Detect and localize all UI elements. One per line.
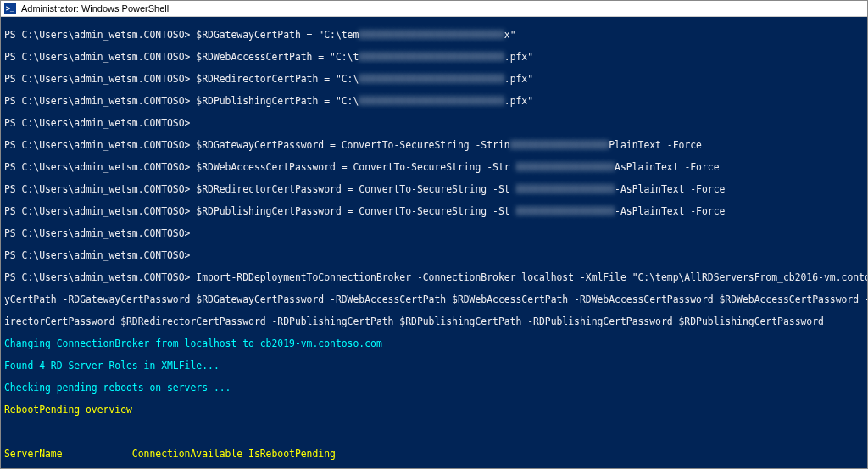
cmd-text: .pfx" [504,51,533,63]
ps-prompt: PS C:\Users\admin_wetsm.CONTOSO> [4,183,190,195]
cmd-text: -AsPlainText -Force [615,183,725,195]
redacted-text: XXXXXXXXXXXXXXXXX [516,183,615,195]
ps-prompt: PS C:\Users\admin_wetsm.CONTOSO> [4,139,190,151]
status-line: Found 4 RD Server Roles in XMLFile... [4,360,864,371]
cmd-wrap: yCertPath -RDGatewayCertPassword $RDGate… [4,294,864,305]
ps-prompt: PS C:\Users\admin_wetsm.CONTOSO> [4,249,190,261]
redacted-text: XXXXXXXXXXXXXXXXX [516,161,615,173]
redacted-text: XXXXXXXXXXXXXXXXXXXXXXXXX [359,95,504,107]
ps-prompt: PS C:\Users\admin_wetsm.CONTOSO> [4,271,190,283]
status-line: Checking pending reboots on servers ... [4,382,864,394]
cmd-text: $RDRedirectorCertPassword = ConvertTo-Se… [190,183,515,195]
section-heading: RebootPending overview [4,405,864,416]
terminal-output[interactable]: PS C:\Users\admin_wetsm.CONTOSO> $RDGate… [1,17,867,468]
ps-prompt: PS C:\Users\admin_wetsm.CONTOSO> [4,117,190,129]
cmd-text: .pfx" [504,73,533,85]
powershell-window: >_ Administrator: Windows PowerShell PS … [0,0,868,469]
cmd-text: -AsPlainText -Force [615,205,725,217]
ps-prompt: PS C:\Users\admin_wetsm.CONTOSO> [4,51,190,63]
cmd-text: $RDPublishingCertPassword = ConvertTo-Se… [190,205,515,217]
table-header: ServerName ConnectionAvailable IsRebootP… [4,449,864,460]
window-title: Administrator: Windows PowerShell [21,3,169,14]
cmd-text: $RDRedirectorCertPath = "C:\ [190,73,359,85]
cmd-wrap: irectorCertPassword $RDRedirectorCertPas… [4,316,864,327]
cmd-text: $RDWebAccessCertPath = "C:\t [190,51,359,63]
powershell-icon: >_ [4,3,16,14]
cmd-text: $RDGatewayCertPath = "C:\tem [190,29,359,41]
redacted-text: XXXXXXXXXXXXXXXXX [516,205,615,217]
ps-prompt: PS C:\Users\admin_wetsm.CONTOSO> [4,73,190,85]
redacted-text: XXXXXXXXXXXXXXXXXXXXXXXXX [359,51,504,63]
ps-prompt: PS C:\Users\admin_wetsm.CONTOSO> [4,161,190,173]
window-titlebar[interactable]: >_ Administrator: Windows PowerShell [1,1,867,17]
status-line: Changing ConnectionBroker from localhost… [4,338,864,349]
cmd-text: Import-RDDeploymentToConnectionBroker -C… [190,271,867,283]
ps-prompt: PS C:\Users\admin_wetsm.CONTOSO> [4,227,190,239]
redacted-text: XXXXXXXXXXXXXXXXX [510,139,609,151]
cmd-text: $RDWebAccessCertPassword = ConvertTo-Sec… [190,161,515,173]
cmd-text: PlainText -Force [609,139,702,151]
redacted-text: XXXXXXXXXXXXXXXXXXXXXXXXX [359,73,504,85]
cmd-text: x" [504,29,516,41]
cmd-text: .pfx" [504,95,533,107]
ps-prompt: PS C:\Users\admin_wetsm.CONTOSO> [4,29,190,41]
redacted-text: XXXXXXXXXXXXXXXXXXXXXXXXX [359,29,504,41]
ps-prompt: PS C:\Users\admin_wetsm.CONTOSO> [4,95,190,107]
cmd-text: $RDPublishingCertPath = "C:\ [190,95,359,107]
ps-prompt: PS C:\Users\admin_wetsm.CONTOSO> [4,205,190,217]
cmd-text: $RDGatewayCertPassword = ConvertTo-Secur… [190,139,509,151]
cmd-text: AsPlainText -Force [615,161,719,173]
